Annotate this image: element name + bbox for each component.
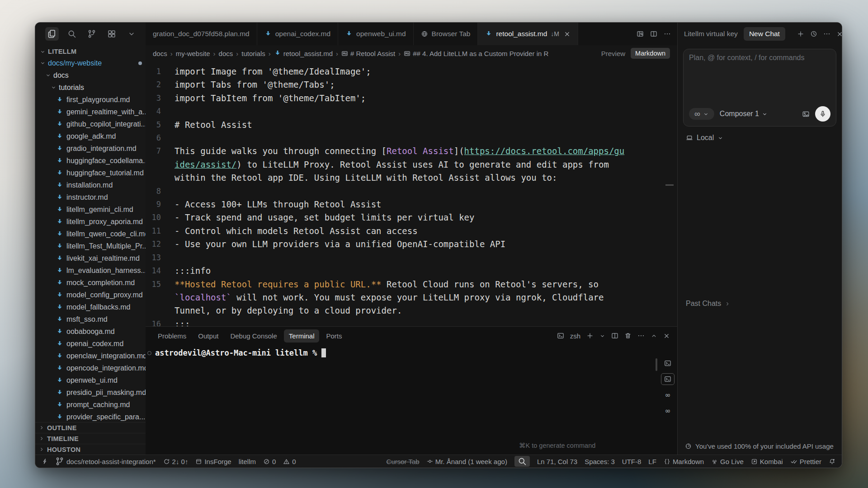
- file-item[interactable]: github_copilot_integrati...: [35, 118, 146, 130]
- chat-tab-active[interactable]: New Chat: [744, 27, 785, 41]
- file-item[interactable]: gradio_integration.md: [35, 142, 146, 155]
- editor-tab[interactable]: gration_doc_d075fd58.plan.md: [146, 23, 257, 45]
- breadcrumb-item[interactable]: tutorials: [241, 50, 265, 57]
- preview-toggle[interactable]: Preview: [601, 50, 625, 57]
- new-chat-plus-icon[interactable]: [797, 30, 804, 38]
- statusbar-item-prettier[interactable]: Prettier: [790, 458, 821, 465]
- file-item[interactable]: openweb_ui.md: [35, 374, 146, 386]
- file-item[interactable]: livekit_xai_realtime.md: [35, 252, 146, 264]
- tree-folder[interactable]: docs/my-website: [35, 57, 146, 69]
- editor-tab[interactable]: openweb_ui.md: [338, 23, 413, 45]
- file-item[interactable]: openclaw_integration.md: [35, 350, 146, 362]
- terminal-strip-item[interactable]: [661, 373, 675, 385]
- terminal-tab-terminal[interactable]: Terminal: [284, 329, 320, 343]
- file-item[interactable]: first_playground.md: [35, 94, 146, 106]
- breadcrumb-item[interactable]: ## 4. Add LiteLLM as a Custom Provider i…: [404, 50, 548, 57]
- file-item[interactable]: opencode_integration.md: [35, 362, 146, 374]
- statusbar-item-go[interactable]: Go Live: [711, 458, 744, 465]
- statusbar-item-0[interactable]: 0: [263, 458, 276, 465]
- breadcrumb-item[interactable]: my-website: [176, 50, 210, 57]
- statusbar-item-cursor[interactable]: Cursor Tab: [387, 458, 420, 465]
- statusbar-item[interactable]: [829, 458, 835, 465]
- activity-search-button[interactable]: [65, 27, 79, 41]
- shell-label[interactable]: zsh: [570, 332, 580, 340]
- file-item[interactable]: gemini_realtime_with_a...: [35, 106, 146, 118]
- file-item[interactable]: openai_codex.md: [35, 338, 146, 350]
- code-editor[interactable]: 1import Image from '@theme/IdealImage';2…: [146, 61, 677, 326]
- file-item[interactable]: litellm_qwen_code_cli.md: [35, 228, 146, 240]
- statusbar-item-lf[interactable]: LF: [648, 458, 656, 465]
- statusbar-item-spaces[interactable]: Spaces: 3: [585, 458, 615, 465]
- terminal-body[interactable]: astrodevil@Astro-Mac-mini litellm % ⌘K t…: [146, 345, 677, 455]
- markdown-mode-button[interactable]: Markdown: [631, 48, 670, 59]
- breadcrumb-item[interactable]: retool_assist.md: [274, 50, 333, 57]
- file-item[interactable]: oobabooga.md: [35, 325, 146, 338]
- statusbar-item-2[interactable]: 2↓ 0↑: [163, 458, 189, 465]
- file-item[interactable]: provider_specific_para...: [35, 411, 146, 422]
- split-terminal-icon[interactable]: [611, 332, 618, 339]
- file-item[interactable]: installation.md: [35, 179, 146, 191]
- file-item[interactable]: instructor.md: [35, 191, 146, 203]
- tree-folder[interactable]: docs: [35, 69, 146, 81]
- model-selector[interactable]: ∞: [689, 108, 714, 120]
- file-item[interactable]: huggingface_codellama...: [35, 155, 146, 167]
- statusbar-item-insforge[interactable]: InsForge: [195, 458, 231, 465]
- chat-tab-inactive[interactable]: Litellm virtual key: [684, 30, 738, 38]
- terminal-tab-ports[interactable]: Ports: [321, 329, 347, 343]
- chat-more-icon[interactable]: [823, 30, 830, 38]
- statusbar-item-0[interactable]: 0: [283, 458, 296, 465]
- environment-selector[interactable]: Local: [678, 127, 842, 142]
- editor-tab[interactable]: retool_assist.md↓M: [478, 23, 578, 45]
- file-item[interactable]: google_adk.md: [35, 130, 146, 142]
- maximize-panel-icon[interactable]: [651, 333, 657, 339]
- file-item[interactable]: mock_completion.md: [35, 277, 146, 289]
- chat-input[interactable]: [689, 54, 830, 106]
- statusbar-item-litellm[interactable]: litellm: [239, 458, 256, 465]
- attach-image-icon[interactable]: [802, 110, 810, 118]
- file-item[interactable]: litellm_gemini_cli.md: [35, 203, 146, 216]
- terminal-scrollbar-thumb[interactable]: [656, 358, 657, 371]
- file-item[interactable]: litellm_Test_Multiple_Pr...: [35, 240, 146, 252]
- terminal-dropdown-icon[interactable]: [599, 333, 605, 339]
- breadcrumb-item[interactable]: # Retool Assist: [341, 50, 395, 57]
- statusbar-item-markdown[interactable]: Markdown: [664, 458, 704, 465]
- terminal-tab-debug-console[interactable]: Debug Console: [225, 329, 282, 343]
- editor-scrollbar-thumb[interactable]: [665, 184, 674, 186]
- file-item[interactable]: lm_evaluation_harness...: [35, 264, 146, 277]
- terminal-tab-output[interactable]: Output: [193, 329, 223, 343]
- sidebar-section-houston[interactable]: HOUSTON: [35, 444, 146, 455]
- activity-extensions-button[interactable]: [105, 27, 118, 41]
- file-item[interactable]: litellm_proxy_aporia.md: [35, 216, 146, 228]
- terminal-more-icon[interactable]: [637, 332, 645, 339]
- statusbar-item-docsretoolassistintegration[interactable]: docs/retool-assist-integration*: [55, 457, 156, 466]
- past-chats-section[interactable]: Past Chats: [686, 300, 731, 308]
- activity-chev-down-button[interactable]: [125, 27, 138, 41]
- close-panel-icon[interactable]: [663, 333, 670, 339]
- kill-terminal-icon[interactable]: [624, 332, 632, 339]
- chat-history-icon[interactable]: [810, 30, 817, 38]
- terminal-strip-item[interactable]: ∞: [661, 389, 675, 401]
- statusbar-item-mr[interactable]: Mr. Ånand (1 week ago): [427, 458, 507, 465]
- terminal-tab-problems[interactable]: Problems: [153, 329, 191, 343]
- activity-files-button[interactable]: [45, 27, 59, 41]
- breadcrumb-item[interactable]: docs: [153, 50, 167, 57]
- file-item[interactable]: huggingface_tutorial.md: [35, 167, 146, 179]
- terminal-strip-item[interactable]: [661, 357, 675, 369]
- file-item[interactable]: prompt_caching.md: [35, 399, 146, 411]
- activity-branch-button[interactable]: [85, 27, 99, 41]
- composer-selector[interactable]: Composer 1: [720, 110, 768, 118]
- editor-tab[interactable]: Browser Tab: [414, 23, 478, 45]
- editor-tab[interactable]: openai_codex.md: [257, 23, 338, 45]
- chat-close-icon[interactable]: [836, 31, 842, 38]
- new-terminal-icon[interactable]: [586, 332, 594, 339]
- tree-folder[interactable]: tutorials: [35, 81, 146, 94]
- file-item[interactable]: msft_sso.md: [35, 313, 146, 325]
- sidebar-section-timeline[interactable]: TIMELINE: [35, 433, 146, 444]
- statusbar-item-ln[interactable]: Ln 71, Col 73: [537, 458, 577, 465]
- statusbar-item-kombai[interactable]: Kombai: [751, 458, 783, 465]
- statusbar-item-utf8[interactable]: UTF-8: [622, 458, 642, 465]
- breadcrumb-item[interactable]: docs: [219, 50, 233, 57]
- explorer-section-header[interactable]: LITELLM: [35, 45, 146, 57]
- statusbar-item[interactable]: [42, 458, 48, 465]
- sidebar-section-outline[interactable]: OUTLINE: [35, 422, 146, 433]
